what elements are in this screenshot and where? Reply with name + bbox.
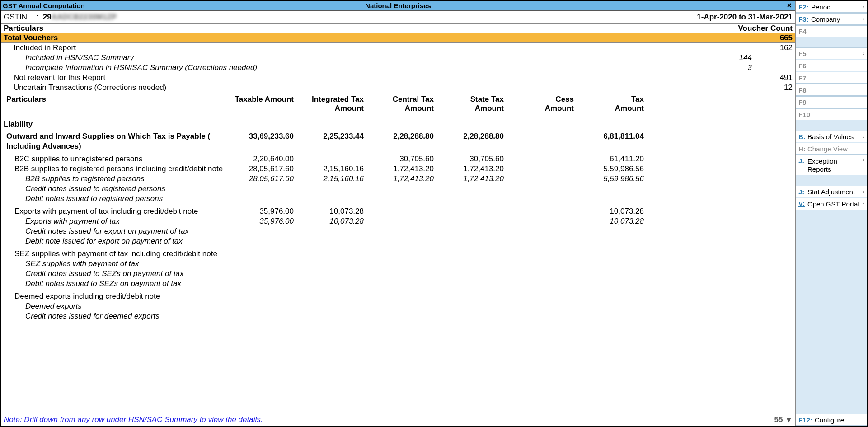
table-row[interactable]: Outward and Inward Supplies on Which Tax…	[4, 131, 793, 151]
summary-header-left: Particulars	[4, 24, 43, 33]
f9-button: F9	[796, 96, 867, 108]
table-row[interactable]: Exports with payment of tax including cr…	[4, 206, 793, 216]
f7-button: F7	[796, 72, 867, 84]
table-row[interactable]: Debit note issued for export on payment …	[4, 236, 793, 246]
summary-row[interactable]: Incomplete Information in HSN/SAC Summar…	[4, 63, 793, 73]
close-icon[interactable]: ×	[785, 1, 793, 10]
col-taxable: Taxable Amount	[227, 95, 297, 113]
open-gst-portal-button[interactable]: V:Open GST Portal‹	[796, 198, 867, 210]
title-bar: GST Annual Computation National Enterpri…	[1, 1, 795, 11]
change-view-button: H:Change View	[796, 143, 867, 155]
summary-row[interactable]: Uncertain Transactions (Corrections need…	[4, 83, 793, 93]
table-row[interactable]: SEZ supplies with payment of tax includi…	[4, 249, 793, 259]
sidebar: F2:Period‹ F3:Company‹ F4 F5‹ F6 F7 F8 F…	[796, 1, 867, 426]
summary-row[interactable]: Included in Report 162	[4, 43, 793, 53]
chevron-left-icon: ‹	[862, 4, 865, 9]
f3-company-button[interactable]: F3:Company‹	[796, 13, 867, 25]
table-row[interactable]: Debit notes issued to SEZs on payment of…	[4, 279, 793, 289]
row-label: Outward and Inward Supplies on Which Tax…	[4, 131, 227, 151]
f10-button: F10	[796, 108, 867, 120]
section-liability: Liability	[4, 116, 793, 131]
table-row[interactable]: Credit notes issued to registered person…	[4, 184, 793, 194]
chevron-left-icon: ‹	[862, 134, 865, 139]
summary-row[interactable]: Not relevant for this Report 491	[4, 73, 793, 83]
table-row[interactable]: Exports with payment of tax 35,976.00 10…	[4, 216, 793, 226]
col-cgst: Central TaxAmount	[367, 95, 437, 113]
table-row[interactable]: Deemed exports including credit/debit no…	[4, 291, 793, 301]
col-cess: CessAmount	[507, 95, 577, 113]
col-igst: Integrated TaxAmount	[297, 95, 367, 113]
total-vouchers-count: 665	[780, 33, 793, 42]
footer-bar: Note: Drill down from any row under HSN/…	[1, 414, 795, 426]
col-sgst: State TaxAmount	[437, 95, 507, 113]
chevron-left-icon: ‹	[862, 157, 865, 162]
gstin-value: 29AADCB2230M1ZP	[43, 13, 117, 22]
table-row[interactable]: B2C supplies to unregistered persons 2,2…	[4, 154, 793, 164]
table-row[interactable]: Credit notes issued to SEZs on payment o…	[4, 269, 793, 279]
table-header: Particulars Taxable Amount Integrated Ta…	[4, 93, 793, 116]
table-row[interactable]: B2B supplies to registered persons 28,05…	[4, 174, 793, 184]
chevron-left-icon: ‹	[862, 51, 865, 56]
chevron-left-icon: ‹	[862, 200, 865, 205]
summary-row[interactable]: Included in HSN/SAC Summary 144	[4, 53, 793, 63]
voucher-summary: Included in Report 162 Included in HSN/S…	[1, 43, 795, 93]
report-title: GST Annual Computation	[3, 2, 85, 9]
col-tax: TaxAmount	[577, 95, 647, 113]
f8-button: F8	[796, 84, 867, 96]
summary-header: Particulars Voucher Count	[1, 24, 795, 33]
chevron-left-icon: ‹	[862, 189, 865, 194]
summary-header-right: Voucher Count	[738, 24, 793, 33]
table-row[interactable]: SEZ supplies with payment of tax	[4, 259, 793, 269]
stat-adjustment-button[interactable]: J:Stat Adjustment‹	[796, 186, 867, 197]
total-vouchers-label: Total Vouchers	[4, 33, 58, 42]
col-particulars: Particulars	[4, 95, 227, 113]
f4-button: F4	[796, 25, 867, 37]
gstin-label: GSTIN	[4, 13, 36, 22]
total-vouchers-row[interactable]: Total Vouchers 665	[1, 33, 795, 43]
company-name: National Enterprises	[1, 2, 795, 9]
info-bar: GSTIN : 29AADCB2230M1ZP 1-Apr-2020 to 31…	[1, 11, 795, 24]
table-row[interactable]: Credit notes issued for export on paymen…	[4, 226, 793, 236]
f12-configure-button[interactable]: F12:Configure	[796, 414, 867, 426]
period-label: 1-Apr-2020 to 31-Mar-2021	[697, 13, 793, 22]
chevron-left-icon: ‹	[862, 16, 865, 22]
table-row[interactable]: Deemed exports	[4, 301, 793, 311]
footer-note: Note: Drill down from any row under HSN/…	[4, 415, 263, 424]
exception-reports-button[interactable]: J:Exception Reports‹	[796, 155, 867, 175]
gstin-colon: :	[36, 13, 43, 22]
computation-table: Particulars Taxable Amount Integrated Ta…	[1, 93, 795, 414]
f6-button: F6	[796, 60, 867, 71]
basis-of-values-button[interactable]: B:Basis of Values‹	[796, 131, 867, 142]
page-down-icon: ▼	[785, 416, 793, 425]
pager[interactable]: 55 ▼	[774, 415, 793, 424]
f2-period-button[interactable]: F2:Period‹	[796, 1, 867, 13]
table-row[interactable]: B2B supplies to registered persons inclu…	[4, 164, 793, 174]
table-row[interactable]: Credit notes issued for deemed exports	[4, 311, 793, 321]
table-row[interactable]: Debit notes issued to registered persons	[4, 194, 793, 204]
f5-button: F5‹	[796, 47, 867, 59]
